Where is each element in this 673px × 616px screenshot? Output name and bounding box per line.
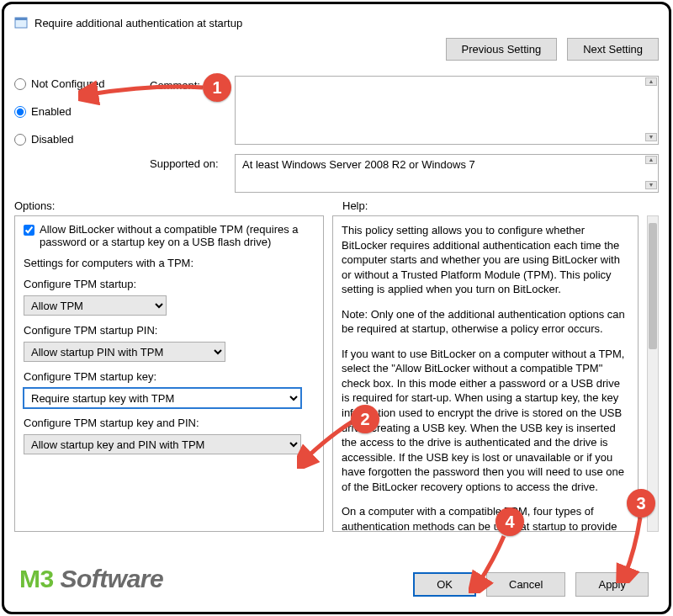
comment-textarea[interactable] [235, 76, 659, 145]
cfg-tpm-startup-select[interactable]: Allow TPM [24, 295, 167, 316]
annotation-badge-3: 3 [627, 489, 655, 518]
window-title: Require additional authentication at sta… [34, 17, 242, 29]
nav-setting-row: Previous Setting Next Setting [14, 38, 659, 61]
help-heading: Help: [342, 199, 659, 212]
allow-no-tpm-checkbox[interactable] [24, 225, 34, 236]
comment-scroll-buttons[interactable]: ▲▼ [645, 77, 657, 141]
help-p3: If you want to use BitLocker on a comput… [342, 347, 629, 494]
radio-disabled-label: Disabled [31, 133, 74, 146]
radio-not-configured-input[interactable] [14, 78, 26, 90]
window-titlebar: Require additional authentication at sta… [14, 11, 659, 35]
radio-enabled-input[interactable] [14, 106, 26, 118]
help-p4: On a computer with a compatible TPM, fou… [342, 504, 629, 532]
radio-enabled-label: Enabled [31, 105, 72, 118]
cancel-button[interactable]: Cancel [486, 572, 565, 597]
annotation-badge-1: 1 [203, 73, 231, 102]
help-scroll-thumb[interactable] [649, 223, 657, 349]
annotation-badge-2: 2 [351, 405, 379, 433]
supported-scroll-buttons[interactable]: ▲▼ [645, 156, 657, 189]
options-heading: Options: [14, 199, 334, 212]
cfg-tpm-startup-label: Configure TPM startup: [24, 278, 315, 290]
next-setting-button[interactable]: Next Setting [567, 38, 659, 61]
cfg-tpm-pin-label: Configure TPM startup PIN: [24, 324, 315, 337]
ok-button[interactable]: OK [413, 572, 476, 597]
watermark-logo: M3 Software [19, 565, 163, 593]
annotation-badge-4: 4 [495, 507, 524, 536]
options-pane: Allow BitLocker without a compatible TPM… [14, 215, 324, 532]
supported-label: Supported on: [150, 154, 230, 170]
svg-rect-1 [15, 18, 27, 20]
apply-button[interactable]: Apply [575, 572, 649, 597]
cfg-tpm-key-select[interactable]: Require startup key with TPM [24, 388, 301, 408]
supported-on-text: At least Windows Server 2008 R2 or Windo… [242, 158, 475, 171]
allow-no-tpm-label: Allow BitLocker without a compatible TPM… [40, 223, 315, 248]
tpm-section-label: Settings for computers with a TPM: [24, 257, 315, 269]
cfg-tpm-key-label: Configure TPM startup key: [24, 370, 315, 383]
radio-disabled[interactable]: Disabled [14, 133, 145, 146]
previous-setting-button[interactable]: Previous Setting [446, 38, 558, 61]
supported-on-field: At least Windows Server 2008 R2 or Windo… [235, 154, 659, 193]
radio-enabled[interactable]: Enabled [14, 105, 145, 118]
cfg-tpm-pin-select[interactable]: Allow startup PIN with TPM [24, 342, 225, 362]
cfg-tpm-keypin-select[interactable]: Allow startup key and PIN with TPM [24, 434, 301, 454]
watermark-software: Software [54, 565, 164, 592]
help-p2: Note: Only one of the additional authent… [342, 307, 629, 337]
help-pane: This policy setting allows you to config… [332, 215, 639, 532]
help-p1: This policy setting allows you to config… [342, 223, 629, 297]
radio-not-configured[interactable]: Not Configured [14, 77, 145, 90]
cfg-tpm-keypin-label: Configure TPM startup key and PIN: [24, 417, 315, 429]
policy-icon [14, 16, 28, 29]
help-scrollbar[interactable] [647, 215, 659, 532]
watermark-m3: M3 [19, 565, 54, 592]
radio-disabled-input[interactable] [14, 134, 26, 146]
radio-not-configured-label: Not Configured [31, 77, 104, 90]
